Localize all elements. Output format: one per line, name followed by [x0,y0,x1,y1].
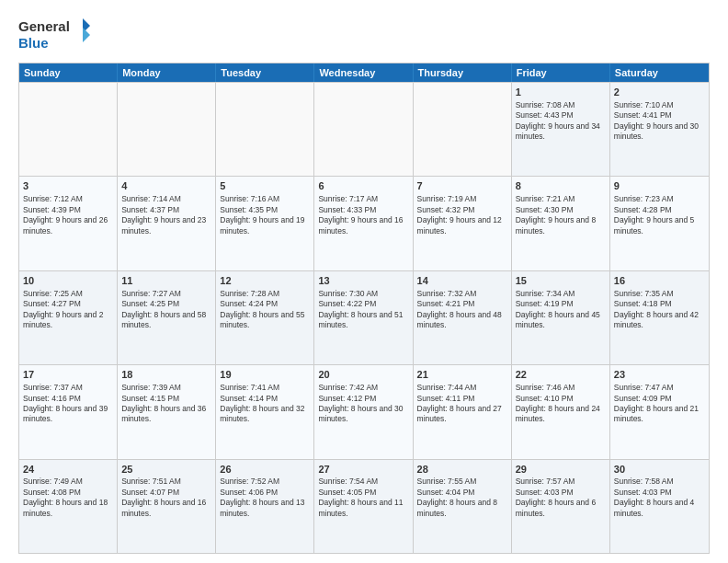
day-number: 5 [220,179,310,193]
day-info: Sunrise: 7:08 AM Sunset: 4:43 PM Dayligh… [516,100,600,141]
calendar-cell: 1Sunrise: 7:08 AM Sunset: 4:43 PM Daylig… [512,83,610,176]
day-info: Sunrise: 7:44 AM Sunset: 4:11 PM Dayligh… [417,383,502,423]
calendar-cell: 18Sunrise: 7:39 AM Sunset: 4:15 PM Dayli… [118,365,216,458]
day-info: Sunrise: 7:54 AM Sunset: 4:05 PM Dayligh… [318,477,403,517]
calendar-body: 1Sunrise: 7:08 AM Sunset: 4:43 PM Daylig… [19,82,709,553]
svg-text:General: General [18,18,70,34]
day-number: 13 [318,274,408,288]
day-info: Sunrise: 7:58 AM Sunset: 4:03 PM Dayligh… [614,477,694,517]
calendar-day-header: Tuesday [216,63,314,82]
day-number: 27 [318,463,408,477]
day-number: 25 [121,463,211,477]
calendar-cell: 7Sunrise: 7:19 AM Sunset: 4:32 PM Daylig… [414,177,512,270]
day-number: 7 [417,179,507,193]
day-info: Sunrise: 7:55 AM Sunset: 4:04 PM Dayligh… [417,477,497,517]
day-number: 18 [121,368,211,382]
calendar-row: 24Sunrise: 7:49 AM Sunset: 4:08 PM Dayli… [19,459,709,553]
day-number: 6 [318,179,408,193]
day-number: 15 [516,274,606,288]
calendar-cell [118,83,216,176]
calendar-cell: 5Sunrise: 7:16 AM Sunset: 4:35 PM Daylig… [216,177,314,270]
day-number: 1 [516,86,606,99]
calendar-cell: 30Sunrise: 7:58 AM Sunset: 4:03 PM Dayli… [610,460,709,553]
calendar-day-header: Monday [118,63,216,82]
calendar-cell [314,83,413,176]
calendar-cell [216,83,314,176]
calendar-cell: 22Sunrise: 7:46 AM Sunset: 4:10 PM Dayli… [512,365,610,458]
calendar-row: 1Sunrise: 7:08 AM Sunset: 4:43 PM Daylig… [19,82,709,176]
day-number: 21 [417,368,507,382]
day-info: Sunrise: 7:39 AM Sunset: 4:15 PM Dayligh… [121,383,206,423]
day-number: 26 [220,463,310,477]
calendar-cell: 4Sunrise: 7:14 AM Sunset: 4:37 PM Daylig… [118,177,216,270]
calendar-cell: 19Sunrise: 7:41 AM Sunset: 4:14 PM Dayli… [216,365,314,458]
day-number: 23 [614,368,705,382]
calendar-cell: 13Sunrise: 7:30 AM Sunset: 4:22 PM Dayli… [314,271,413,364]
day-info: Sunrise: 7:41 AM Sunset: 4:14 PM Dayligh… [220,383,304,423]
svg-text:Blue: Blue [18,35,49,51]
calendar-cell: 15Sunrise: 7:34 AM Sunset: 4:19 PM Dayli… [512,271,610,364]
day-info: Sunrise: 7:35 AM Sunset: 4:18 PM Dayligh… [614,289,699,329]
calendar-cell: 20Sunrise: 7:42 AM Sunset: 4:12 PM Dayli… [314,365,413,458]
logo: General Blue [18,15,92,55]
day-info: Sunrise: 7:14 AM Sunset: 4:37 PM Dayligh… [121,194,206,235]
calendar-cell: 25Sunrise: 7:51 AM Sunset: 4:07 PM Dayli… [118,460,216,553]
day-info: Sunrise: 7:32 AM Sunset: 4:21 PM Dayligh… [417,289,502,329]
calendar-cell: 23Sunrise: 7:47 AM Sunset: 4:09 PM Dayli… [610,365,709,458]
day-number: 11 [121,274,211,288]
day-info: Sunrise: 7:34 AM Sunset: 4:19 PM Dayligh… [516,289,600,329]
calendar-cell: 21Sunrise: 7:44 AM Sunset: 4:11 PM Dayli… [414,365,512,458]
day-info: Sunrise: 7:19 AM Sunset: 4:32 PM Dayligh… [417,194,502,235]
calendar: SundayMondayTuesdayWednesdayThursdayFrid… [18,63,710,554]
day-number: 30 [614,463,705,477]
day-number: 17 [23,368,113,382]
day-info: Sunrise: 7:10 AM Sunset: 4:41 PM Dayligh… [614,100,699,141]
calendar-day-header: Sunday [19,63,118,82]
calendar-cell: 14Sunrise: 7:32 AM Sunset: 4:21 PM Dayli… [414,271,512,364]
day-info: Sunrise: 7:28 AM Sunset: 4:24 PM Dayligh… [220,289,304,329]
calendar-cell [414,83,512,176]
calendar-cell: 9Sunrise: 7:23 AM Sunset: 4:28 PM Daylig… [610,177,709,270]
day-info: Sunrise: 7:52 AM Sunset: 4:06 PM Dayligh… [220,477,304,517]
day-number: 29 [516,463,606,477]
day-info: Sunrise: 7:57 AM Sunset: 4:03 PM Dayligh… [516,477,596,517]
calendar-cell: 29Sunrise: 7:57 AM Sunset: 4:03 PM Dayli… [512,460,610,553]
day-number: 28 [417,463,507,477]
calendar-cell: 2Sunrise: 7:10 AM Sunset: 4:41 PM Daylig… [610,83,709,176]
day-info: Sunrise: 7:46 AM Sunset: 4:10 PM Dayligh… [516,383,600,423]
day-number: 8 [516,179,606,193]
day-info: Sunrise: 7:21 AM Sunset: 4:30 PM Dayligh… [516,194,596,235]
calendar-row: 10Sunrise: 7:25 AM Sunset: 4:27 PM Dayli… [19,270,709,364]
calendar-cell: 28Sunrise: 7:55 AM Sunset: 4:04 PM Dayli… [414,460,512,553]
calendar-cell: 3Sunrise: 7:12 AM Sunset: 4:39 PM Daylig… [19,177,118,270]
calendar-header: SundayMondayTuesdayWednesdayThursdayFrid… [19,63,709,82]
calendar-row: 3Sunrise: 7:12 AM Sunset: 4:39 PM Daylig… [19,176,709,270]
day-info: Sunrise: 7:12 AM Sunset: 4:39 PM Dayligh… [23,194,108,235]
calendar-cell: 16Sunrise: 7:35 AM Sunset: 4:18 PM Dayli… [610,271,709,364]
day-number: 24 [23,463,113,477]
day-info: Sunrise: 7:25 AM Sunset: 4:27 PM Dayligh… [23,289,103,329]
calendar-day-header: Thursday [414,63,512,82]
day-number: 14 [417,274,507,288]
day-number: 22 [516,368,606,382]
day-info: Sunrise: 7:17 AM Sunset: 4:33 PM Dayligh… [318,194,403,235]
calendar-cell: 12Sunrise: 7:28 AM Sunset: 4:24 PM Dayli… [216,271,314,364]
calendar-cell: 17Sunrise: 7:37 AM Sunset: 4:16 PM Dayli… [19,365,118,458]
calendar-cell: 11Sunrise: 7:27 AM Sunset: 4:25 PM Dayli… [118,271,216,364]
day-number: 16 [614,274,705,288]
calendar-cell: 27Sunrise: 7:54 AM Sunset: 4:05 PM Dayli… [314,460,413,553]
day-info: Sunrise: 7:27 AM Sunset: 4:25 PM Dayligh… [121,289,206,329]
day-info: Sunrise: 7:37 AM Sunset: 4:16 PM Dayligh… [23,383,108,423]
day-info: Sunrise: 7:51 AM Sunset: 4:07 PM Dayligh… [121,477,206,517]
day-number: 3 [23,179,113,193]
calendar-day-header: Wednesday [314,63,413,82]
day-info: Sunrise: 7:16 AM Sunset: 4:35 PM Dayligh… [220,194,304,235]
day-number: 20 [318,368,408,382]
day-info: Sunrise: 7:47 AM Sunset: 4:09 PM Dayligh… [614,383,699,423]
calendar-cell: 6Sunrise: 7:17 AM Sunset: 4:33 PM Daylig… [314,177,413,270]
day-number: 2 [614,86,705,99]
calendar-cell: 26Sunrise: 7:52 AM Sunset: 4:06 PM Dayli… [216,460,314,553]
day-info: Sunrise: 7:49 AM Sunset: 4:08 PM Dayligh… [23,477,108,517]
calendar-cell: 10Sunrise: 7:25 AM Sunset: 4:27 PM Dayli… [19,271,118,364]
calendar-cell: 24Sunrise: 7:49 AM Sunset: 4:08 PM Dayli… [19,460,118,553]
